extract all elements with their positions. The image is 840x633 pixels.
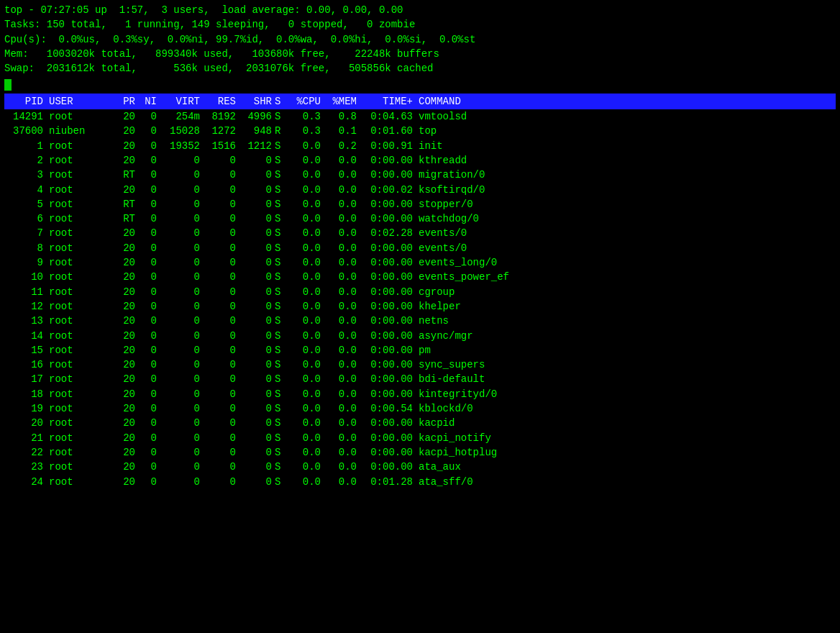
table-row: 19 root 20 0 0 0 0 S 0.0 0.0 0:00.54 kbl… xyxy=(4,401,836,416)
cell-ni: 0 xyxy=(138,153,160,168)
cell-cmd: events/0 xyxy=(417,226,836,240)
cell-user: root xyxy=(47,255,112,270)
cell-time: 0:00.00 xyxy=(360,416,417,430)
cell-virt: 0 xyxy=(160,183,203,197)
cell-pid: 1 xyxy=(4,139,47,153)
table-row: 22 root 20 0 0 0 0 S 0.0 0.0 0:00.00 kac… xyxy=(4,445,836,460)
cell-pid: 19 xyxy=(4,401,47,416)
cell-cpu: 0.0 xyxy=(288,314,324,328)
cell-s: S xyxy=(275,226,288,240)
table-row: 23 root 20 0 0 0 0 S 0.0 0.0 0:00.00 ata… xyxy=(4,460,836,474)
table-row: 4 root 20 0 0 0 0 S 0.0 0.0 0:00.02 ksof… xyxy=(4,183,836,197)
cell-ni: 0 xyxy=(138,139,160,153)
cell-res: 0 xyxy=(203,329,239,343)
cell-cpu: 0.0 xyxy=(288,387,324,401)
cell-s: S xyxy=(275,197,288,211)
cell-shr: 0 xyxy=(239,226,275,240)
cell-virt: 0 xyxy=(160,211,203,226)
cell-cpu: 0.0 xyxy=(288,270,324,284)
cell-pr: 20 xyxy=(112,299,138,314)
col-header-cmd: COMMAND xyxy=(417,94,836,109)
cell-user: root xyxy=(47,445,112,460)
cell-ni: 0 xyxy=(138,343,160,358)
cell-s: S xyxy=(275,475,288,489)
cell-time: 0:00.91 xyxy=(360,139,417,153)
cell-ni: 0 xyxy=(138,183,160,197)
cell-pr: 20 xyxy=(112,358,138,372)
cell-res: 0 xyxy=(203,431,239,445)
cell-cpu: 0.0 xyxy=(288,299,324,314)
cell-pr: 20 xyxy=(112,475,138,489)
cell-cmd: vmtoolsd xyxy=(417,109,836,124)
cell-ni: 0 xyxy=(138,241,160,255)
cell-ni: 0 xyxy=(138,226,160,240)
cell-user: root xyxy=(47,431,112,445)
cell-cpu: 0.0 xyxy=(288,211,324,226)
cell-mem: 0.1 xyxy=(324,124,360,138)
table-row: 20 root 20 0 0 0 0 S 0.0 0.0 0:00.00 kac… xyxy=(4,416,836,430)
cell-s: S xyxy=(275,270,288,284)
cell-ni: 0 xyxy=(138,401,160,416)
header-line-4: Mem: 1003020k total, 899340k used, 10368… xyxy=(4,47,836,61)
cell-res: 0 xyxy=(203,372,239,386)
cell-pr: 20 xyxy=(112,445,138,460)
cell-user: root xyxy=(47,109,112,124)
cell-cpu: 0.0 xyxy=(288,475,324,489)
cell-pid: 6 xyxy=(4,211,47,226)
cell-pr: 20 xyxy=(112,285,138,299)
cell-mem: 0.8 xyxy=(324,109,360,124)
cell-user: root xyxy=(47,475,112,489)
cell-pr: 20 xyxy=(112,139,138,153)
cell-mem: 0.0 xyxy=(324,255,360,270)
cell-cmd: kintegrityd/0 xyxy=(417,387,836,401)
col-header-pid: PID xyxy=(4,94,47,109)
cell-res: 0 xyxy=(203,241,239,255)
cell-cmd: bdi-default xyxy=(417,372,836,386)
cell-s: S xyxy=(275,416,288,430)
cell-time: 0:02.28 xyxy=(360,226,417,240)
cell-s: S xyxy=(275,401,288,416)
cell-ni: 0 xyxy=(138,211,160,226)
cell-virt: 0 xyxy=(160,416,203,430)
cell-virt: 0 xyxy=(160,329,203,343)
cell-mem: 0.0 xyxy=(324,299,360,314)
cell-user: root xyxy=(47,387,112,401)
cell-time: 0:00.00 xyxy=(360,372,417,386)
cell-ni: 0 xyxy=(138,445,160,460)
cell-pr: RT xyxy=(112,211,138,226)
cell-virt: 0 xyxy=(160,314,203,328)
cell-res: 0 xyxy=(203,314,239,328)
table-row: 37600 niuben 20 0 15028 1272 948 R 0.3 0… xyxy=(4,124,836,138)
cell-res: 0 xyxy=(203,285,239,299)
cell-pid: 13 xyxy=(4,314,47,328)
cell-ni: 0 xyxy=(138,197,160,211)
cell-time: 0:00.00 xyxy=(360,241,417,255)
table-row: 18 root 20 0 0 0 0 S 0.0 0.0 0:00.00 kin… xyxy=(4,387,836,401)
cell-user: root xyxy=(47,139,112,153)
cell-cpu: 0.3 xyxy=(288,109,324,124)
cell-cmd: kacpi_hotplug xyxy=(417,445,836,460)
cell-mem: 0.0 xyxy=(324,285,360,299)
table-row: 16 root 20 0 0 0 0 S 0.0 0.0 0:00.00 syn… xyxy=(4,358,836,372)
table-row: 17 root 20 0 0 0 0 S 0.0 0.0 0:00.00 bdi… xyxy=(4,372,836,386)
cell-s: S xyxy=(275,358,288,372)
cell-pr: 20 xyxy=(112,431,138,445)
cell-time: 0:00.02 xyxy=(360,183,417,197)
cell-mem: 0.0 xyxy=(324,445,360,460)
header-line-5: Swap: 2031612k total, 536k used, 2031076… xyxy=(4,61,836,76)
cell-cpu: 0.0 xyxy=(288,372,324,386)
cell-user: root xyxy=(47,183,112,197)
cell-shr: 0 xyxy=(239,183,275,197)
cell-cpu: 0.0 xyxy=(288,241,324,255)
cell-virt: 254m xyxy=(160,109,203,124)
cell-virt: 0 xyxy=(160,241,203,255)
cell-pid: 15 xyxy=(4,343,47,358)
cell-pr: 20 xyxy=(112,329,138,343)
cell-ni: 0 xyxy=(138,372,160,386)
cell-mem: 0.0 xyxy=(324,475,360,489)
cell-user: root xyxy=(47,226,112,240)
cell-s: S xyxy=(275,255,288,270)
cell-time: 0:00.54 xyxy=(360,401,417,416)
table-row: 10 root 20 0 0 0 0 S 0.0 0.0 0:00.00 eve… xyxy=(4,270,836,284)
cell-virt: 0 xyxy=(160,343,203,358)
